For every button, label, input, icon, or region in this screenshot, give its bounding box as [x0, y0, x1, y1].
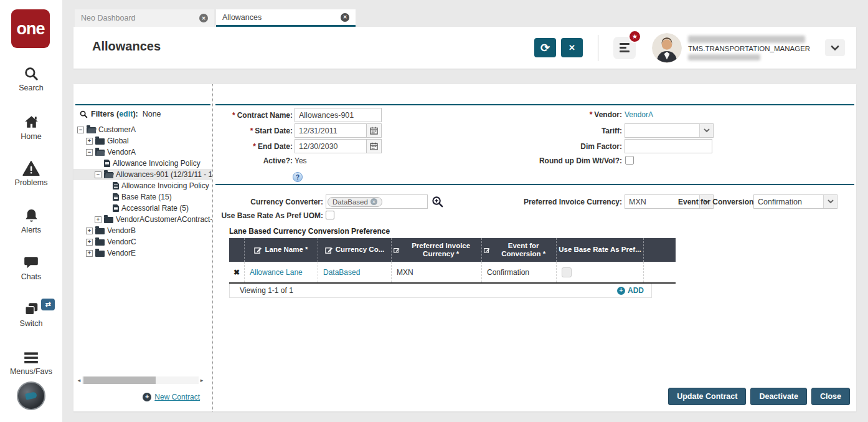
- new-contract-action[interactable]: + New Contract: [143, 393, 200, 401]
- collapse-icon[interactable]: −: [95, 171, 101, 178]
- one-logo[interactable]: one: [11, 9, 50, 48]
- expand-icon[interactable]: +: [86, 250, 93, 257]
- event-conversion-select[interactable]: Confirmation: [753, 194, 837, 209]
- sidebar-item-chats[interactable]: Chats: [0, 253, 62, 281]
- page-header: Allowances ⟳ ✕ ★: [73, 27, 856, 69]
- refresh-button[interactable]: ⟳: [534, 38, 556, 57]
- switch-arrows-badge[interactable]: ⇄: [41, 299, 55, 310]
- vendor-label: Vendor:: [594, 110, 622, 119]
- filters-edit-link[interactable]: edit: [119, 110, 133, 118]
- end-date-label: End Date:: [258, 142, 293, 151]
- required-marker: *: [250, 127, 253, 135]
- tab-allowances[interactable]: Allowances ✕: [216, 9, 356, 27]
- sidebar-item-switch[interactable]: ⇄ Switch: [0, 300, 62, 328]
- close-page-button[interactable]: ✕: [561, 38, 583, 57]
- active-value: Yes: [295, 155, 307, 166]
- sidebar-item-search[interactable]: Search: [0, 64, 62, 92]
- round-up-label-cell: Round up Dim Wt/Vol?:: [450, 155, 622, 166]
- currency-converter-input[interactable]: DataBased ✕: [326, 194, 428, 209]
- document-icon: [104, 160, 110, 167]
- user-menu-chevron-button[interactable]: [825, 39, 845, 56]
- deactivate-button[interactable]: Deactivate: [750, 388, 807, 405]
- chevron-down-icon: [831, 45, 839, 51]
- currency-converter-chip: DataBased ✕: [328, 197, 382, 207]
- magnifier-plus-icon: [432, 196, 443, 208]
- expand-icon[interactable]: +: [95, 216, 101, 223]
- sidebar-item-problems[interactable]: Problems: [0, 159, 62, 187]
- currency-converter-link[interactable]: DataBased: [323, 268, 360, 277]
- scroll-left-arrow[interactable]: ◂: [76, 377, 82, 383]
- column-header-currency-converter[interactable]: Currency Co...: [318, 238, 391, 262]
- tree-node-vendoracustomeracontract[interactable]: + VendorACustomerAContract-C: [73, 214, 212, 225]
- scroll-right-arrow[interactable]: ▸: [199, 377, 205, 383]
- tree-node-vendora[interactable]: − VendorA: [73, 146, 212, 158]
- close-button[interactable]: Close: [811, 388, 850, 405]
- delete-column-header: [229, 238, 244, 262]
- round-up-checkbox[interactable]: [625, 156, 634, 165]
- section-rule: [75, 104, 210, 105]
- tree-node-allowance-invoicing-policy[interactable]: Allowance Invoicing Policy: [73, 158, 212, 169]
- expand-icon[interactable]: +: [86, 138, 93, 145]
- update-contract-button[interactable]: Update Contract: [668, 388, 746, 405]
- user-name-redacted: [688, 36, 805, 43]
- tree-node-accessorial-rate[interactable]: Accessorial Rate (5): [73, 203, 212, 214]
- tree-node-allowances-901-selected[interactable]: − Allowances-901 (12/31/11 - 12: [73, 169, 212, 180]
- sidebar-item-menus-favs[interactable]: Menus/Favs: [0, 348, 62, 376]
- converter-lookup[interactable]: [432, 196, 443, 208]
- tab-close-icon[interactable]: ✕: [341, 13, 349, 22]
- start-date-input[interactable]: [295, 123, 367, 138]
- collapse-icon[interactable]: −: [77, 127, 84, 133]
- sidebar-item-label: Problems: [0, 178, 62, 187]
- help-icon[interactable]: ?: [293, 172, 303, 182]
- required-marker: *: [232, 111, 235, 120]
- tree-node-allowance-invoicing-policy-child[interactable]: Allowance Invoicing Policy: [73, 180, 212, 191]
- contract-name-input[interactable]: [295, 108, 382, 122]
- tree-node-customera[interactable]: − CustomerA: [73, 124, 212, 135]
- tree-node-vendore[interactable]: + VendorE: [73, 247, 212, 259]
- chat-icon: [0, 253, 62, 271]
- preferred-currency-cell: MXN: [397, 268, 413, 277]
- sidebar-item-alerts[interactable]: Alerts: [0, 206, 62, 234]
- vendor-link[interactable]: VendorA: [625, 110, 653, 119]
- collapse-icon[interactable]: −: [86, 149, 93, 156]
- dim-factor-input[interactable]: [625, 139, 712, 153]
- column-header-preferred-currency[interactable]: Preferred Invoice Currency *: [391, 238, 481, 262]
- neo-assistant-logo[interactable]: [17, 381, 45, 410]
- column-header-lane-name[interactable]: Lane Name *: [244, 238, 318, 262]
- user-avatar[interactable]: [652, 33, 682, 63]
- lane-name-link[interactable]: Allowance Lane: [250, 268, 303, 277]
- scrollbar-track[interactable]: [82, 376, 199, 384]
- expand-icon[interactable]: +: [86, 239, 93, 246]
- column-header-event-conversion[interactable]: Event for Conversion *: [481, 238, 556, 262]
- sidebar-item-home[interactable]: Home: [0, 113, 62, 141]
- sidebar-item-label: Alerts: [0, 226, 62, 234]
- tariff-label: Tariff:: [601, 127, 622, 135]
- column-header-use-base-rate[interactable]: Use Base Rate As Pref...: [556, 238, 643, 262]
- tree-node-base-rate[interactable]: Base Rate (15): [73, 191, 212, 203]
- delete-row-icon[interactable]: ✖: [234, 268, 240, 277]
- event-conversion-value: Confirmation: [754, 198, 823, 206]
- edit-pencil-icon: [254, 246, 262, 254]
- preferred-currency-label: Preferred Invoice Currency:: [524, 198, 622, 206]
- dim-factor-label: Dim Factor:: [580, 142, 622, 151]
- chip-remove-icon[interactable]: ✕: [370, 198, 377, 205]
- tree-node-vendorb[interactable]: + VendorB: [73, 225, 212, 236]
- calendar-button[interactable]: [367, 123, 382, 138]
- tab-close-icon[interactable]: ✕: [199, 14, 208, 22]
- header-right-cluster: ⟳ ✕ ★ TMS.TRANSPORTATION_MA: [534, 27, 845, 69]
- add-row-action[interactable]: + ADD: [617, 286, 644, 295]
- use-base-rate-checkbox[interactable]: [326, 211, 334, 219]
- start-date-label-cell: * Start Date:: [214, 123, 293, 138]
- calendar-button[interactable]: [367, 139, 382, 153]
- new-contract-link[interactable]: New Contract: [154, 393, 200, 401]
- quick-menu-button[interactable]: ★: [613, 37, 636, 59]
- scrollbar-thumb[interactable]: [83, 376, 156, 384]
- tree-node-global[interactable]: + Global: [73, 135, 212, 146]
- tab-neo-dashboard[interactable]: Neo Dashboard ✕: [75, 9, 214, 27]
- end-date-input[interactable]: [295, 139, 367, 153]
- tree-node-vendorc[interactable]: + VendorC: [73, 236, 212, 247]
- assistant-visor-decoration: [25, 391, 37, 400]
- tree-horizontal-scrollbar[interactable]: ◂ ▸: [76, 376, 205, 384]
- expand-icon[interactable]: +: [86, 228, 93, 234]
- tariff-select[interactable]: [625, 123, 714, 138]
